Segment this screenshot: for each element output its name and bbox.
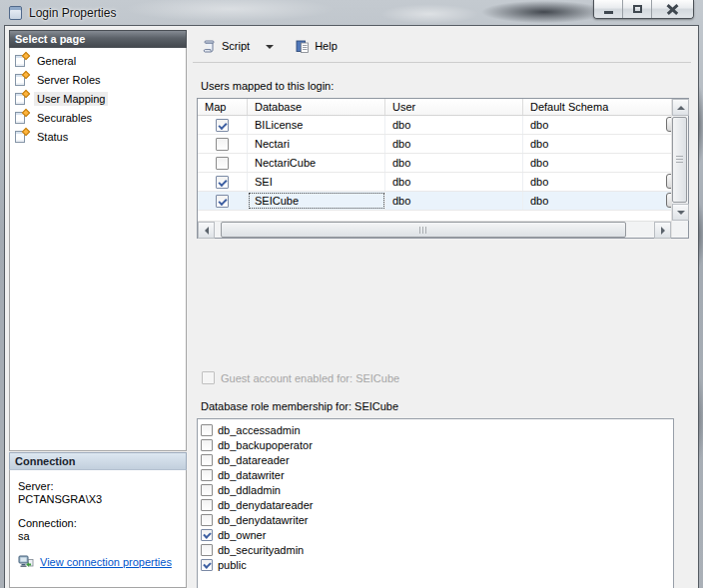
user-cell[interactable]: dbo xyxy=(385,116,523,134)
grid-row-nectari[interactable]: Nectaridbodbo xyxy=(198,135,671,154)
browse-schema-button[interactable] xyxy=(666,193,671,208)
default-schema-cell[interactable]: dbo xyxy=(523,154,671,172)
browse-schema-button[interactable] xyxy=(666,174,671,189)
map-checkbox[interactable] xyxy=(216,119,229,132)
sidebar-item-label: Securables xyxy=(34,111,95,125)
vertical-scroll-track[interactable] xyxy=(672,116,688,204)
role-checkbox[interactable] xyxy=(201,559,213,571)
role-membership-label: Database role membership for: SEICube xyxy=(201,400,398,412)
map-checkbox[interactable] xyxy=(216,176,229,189)
titlebar[interactable]: Login Properties xyxy=(0,0,703,26)
sidebar-item-general[interactable]: General xyxy=(10,51,186,70)
column-header-database: Database xyxy=(248,99,385,115)
scroll-left-button[interactable] xyxy=(198,222,215,239)
scroll-down-button[interactable] xyxy=(672,204,689,221)
database-cell[interactable]: Nectari xyxy=(248,135,385,153)
sidebar-item-user-mapping[interactable]: User Mapping xyxy=(10,89,186,108)
default-schema-cell[interactable]: dbo xyxy=(523,173,671,191)
sidebar: Select a page GeneralServer RolesUser Ma… xyxy=(9,30,187,588)
page-icon xyxy=(14,129,30,144)
map-checkbox[interactable] xyxy=(216,138,229,151)
user-cell[interactable]: dbo xyxy=(385,173,523,191)
user-cell[interactable]: dbo xyxy=(385,154,523,172)
role-name-label: db_accessadmin xyxy=(218,424,301,436)
role-checkbox[interactable] xyxy=(201,544,213,556)
minimize-icon xyxy=(604,11,613,14)
sidebar-item-label: User Mapping xyxy=(34,92,108,106)
vertical-scrollbar[interactable] xyxy=(671,99,688,238)
role-checkbox[interactable] xyxy=(201,454,213,466)
script-button-label: Script xyxy=(222,40,250,52)
help-button-label: Help xyxy=(315,40,338,52)
role-checkbox[interactable] xyxy=(201,514,213,526)
role-item-db_datareader[interactable]: db_datareader xyxy=(201,452,673,467)
database-cell[interactable]: BILicense xyxy=(248,116,385,134)
script-button[interactable]: Script xyxy=(197,34,259,58)
role-item-db_backupoperator[interactable]: db_backupoperator xyxy=(201,437,673,452)
role-item-db_datawriter[interactable]: db_datawriter xyxy=(201,467,673,482)
connection-panel: Server: PCTANSGRA\X3 Connection: sa View… xyxy=(9,470,187,588)
role-checkbox[interactable] xyxy=(201,529,213,541)
grid-row-bilicense[interactable]: BILicensedbodbo xyxy=(198,116,671,135)
default-schema-cell[interactable]: dbo xyxy=(523,116,671,134)
database-cell[interactable]: SEI xyxy=(248,173,385,191)
role-item-db_owner[interactable]: db_owner xyxy=(201,527,673,542)
user-cell[interactable]: dbo xyxy=(385,135,523,153)
sidebar-item-server-roles[interactable]: Server Roles xyxy=(10,70,186,89)
role-item-db_ddladmin[interactable]: db_ddladmin xyxy=(201,482,673,497)
column-header-user: User xyxy=(385,99,523,115)
role-checkbox[interactable] xyxy=(201,469,213,481)
default-schema-cell[interactable]: dbo xyxy=(523,192,671,210)
guest-account-label: Guest account enabled for: SEICube xyxy=(221,372,399,384)
close-button[interactable] xyxy=(652,0,693,18)
script-dropdown-button[interactable] xyxy=(259,34,282,58)
role-item-public[interactable]: public xyxy=(201,557,673,572)
role-checkbox[interactable] xyxy=(201,439,213,451)
map-checkbox[interactable] xyxy=(216,157,229,170)
role-checkbox[interactable] xyxy=(201,484,213,496)
role-name-label: db_denydatareader xyxy=(218,499,313,511)
role-item-db_accessadmin[interactable]: db_accessadmin xyxy=(201,422,673,437)
close-icon xyxy=(667,5,678,14)
view-connection-properties-link[interactable]: View connection properties xyxy=(40,556,172,568)
grid-row-nectaricube[interactable]: NectariCubedbodbo xyxy=(198,154,671,173)
grid-row-seicube[interactable]: SEICubedbodbo xyxy=(198,192,671,211)
map-cell xyxy=(198,154,248,172)
role-item-db_securityadmin[interactable]: db_securityadmin xyxy=(201,542,673,557)
maximize-button[interactable] xyxy=(623,0,652,18)
role-item-db_denydatareader[interactable]: db_denydatareader xyxy=(201,497,673,512)
browse-schema-button[interactable] xyxy=(666,117,671,132)
map-cell xyxy=(198,116,248,134)
connection-header: Connection xyxy=(9,452,187,470)
horizontal-scroll-track[interactable] xyxy=(215,222,654,238)
sidebar-item-securables[interactable]: Securables xyxy=(10,108,186,127)
arrow-left-icon xyxy=(205,227,209,235)
role-name-label: db_datareader xyxy=(218,454,290,466)
page-list: GeneralServer RolesUser MappingSecurable… xyxy=(9,48,187,451)
grid-row-sei[interactable]: SEIdbodbo xyxy=(198,173,671,192)
horizontal-scrollbar[interactable] xyxy=(198,221,671,238)
database-cell[interactable]: SEICube xyxy=(248,192,385,210)
horizontal-scroll-thumb[interactable] xyxy=(221,222,626,238)
grip-icon xyxy=(419,227,428,234)
role-item-db_denydatawriter[interactable]: db_denydatawriter xyxy=(201,512,673,527)
page-icon xyxy=(14,110,30,125)
help-button[interactable]: Help xyxy=(290,34,347,58)
role-checkbox[interactable] xyxy=(201,424,213,436)
map-checkbox[interactable] xyxy=(216,195,229,208)
database-cell[interactable]: NectariCube xyxy=(248,154,385,172)
role-name-label: db_securityadmin xyxy=(218,544,304,556)
user-cell[interactable]: dbo xyxy=(385,192,523,210)
map-cell xyxy=(198,135,248,153)
scroll-up-button[interactable] xyxy=(672,99,689,116)
vertical-scroll-thumb[interactable] xyxy=(672,117,687,203)
role-checkbox[interactable] xyxy=(201,499,213,511)
grip-icon xyxy=(676,156,683,165)
default-schema-cell[interactable]: dbo xyxy=(523,135,671,153)
sidebar-item-status[interactable]: Status xyxy=(10,127,186,146)
role-name-label: db_datawriter xyxy=(218,469,285,481)
minimize-button[interactable] xyxy=(594,0,623,18)
scroll-right-button[interactable] xyxy=(654,222,671,239)
guest-account-checkbox[interactable] xyxy=(202,371,215,384)
users-mapped-label: Users mapped to this login: xyxy=(201,80,334,92)
